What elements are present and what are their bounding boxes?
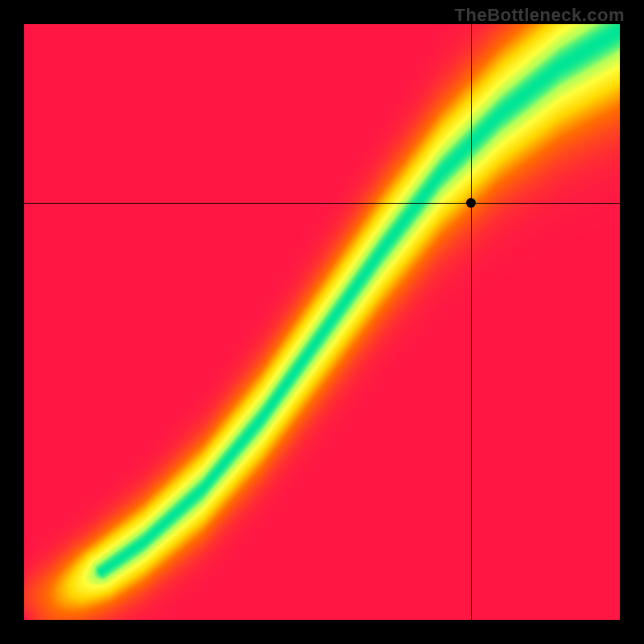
- watermark-text: TheBottleneck.com: [455, 5, 625, 26]
- plot-area: [24, 24, 620, 620]
- chart-frame: TheBottleneck.com: [0, 0, 644, 644]
- heatmap-canvas: [24, 24, 620, 620]
